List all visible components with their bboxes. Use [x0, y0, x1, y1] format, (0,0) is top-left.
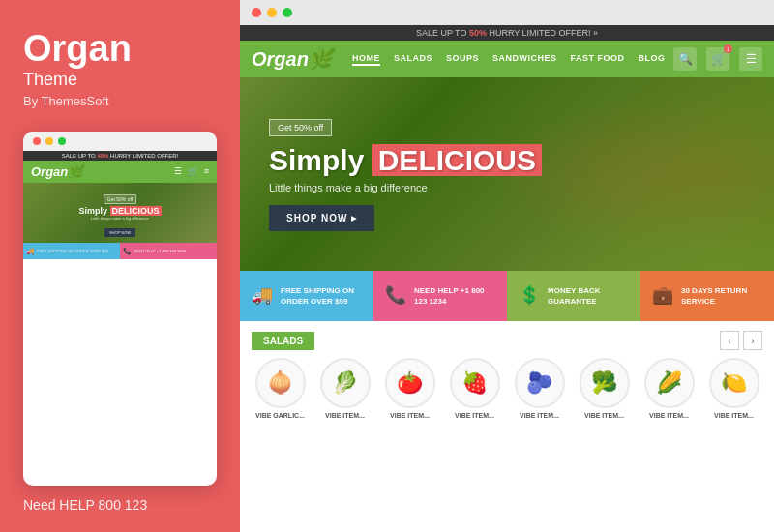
mini-hero: Get 50% off Simply DELICIOUS Little thin…: [23, 183, 217, 243]
info-bar-shipping: 🚚 FREE SHIPPING ON ORDER OVER $99: [240, 271, 373, 321]
nav-link-fastfood[interactable]: FAST FOOD: [570, 53, 624, 66]
product-item[interactable]: 🥦 VIBE ITEM...: [576, 358, 633, 419]
mini-hero-title: Simply DELICIOUS: [78, 206, 161, 216]
dot-green[interactable]: [283, 8, 292, 17]
nav-actions: 🔍 🛒 1 ☰: [673, 47, 762, 71]
mini-dot-green: [58, 137, 66, 145]
product-image-4: 🍓: [450, 358, 500, 408]
nav-link-home[interactable]: HOME: [352, 53, 380, 66]
website-content: SALE UP TO 50% HURRY LIMITED OFFER! » Or…: [240, 25, 774, 532]
mini-nav: Organ🌿 ☰ 🛒 ≡: [23, 161, 217, 183]
mini-phone-icon: 📞: [123, 247, 132, 255]
mini-hero-content: Get 50% off Simply DELICIOUS Little thin…: [78, 188, 161, 238]
mini-info-bar-help: 📞 NEED HELP +1 800 123 1234: [120, 243, 217, 259]
product-item[interactable]: 🍓 VIBE ITEM...: [446, 358, 503, 419]
product-image-1: 🧅: [255, 358, 306, 408]
mini-announcement: SALE UP TO 40% HURRY LIMITED OFFER!: [23, 151, 217, 161]
shipping-text: FREE SHIPPING ON ORDER OVER $99: [281, 285, 362, 307]
mini-hamburger-icon: ☰: [174, 166, 182, 176]
product-name-4: VIBE ITEM...: [455, 412, 494, 419]
briefcase-icon: 💼: [652, 283, 673, 308]
section-header: SALADS ‹ ›: [252, 331, 762, 350]
product-image-3: 🍅: [385, 358, 435, 408]
moneyback-text: MONEY BACK GUARANTEE: [548, 285, 629, 307]
brand-title: Organ: [23, 29, 217, 70]
product-item[interactable]: 🧅 VIBE GARLIC...: [252, 358, 309, 419]
info-bars: 🚚 FREE SHIPPING ON ORDER OVER $99 📞 NEED…: [240, 271, 774, 321]
product-item[interactable]: 🍅 VIBE ITEM...: [381, 358, 438, 419]
cart-button[interactable]: 🛒 1: [706, 47, 729, 71]
mini-dot-yellow: [45, 137, 53, 145]
search-button[interactable]: 🔍: [673, 47, 697, 71]
logo-leaf: 🌿: [309, 48, 333, 70]
shop-now-button[interactable]: SHOP NOW: [269, 205, 374, 231]
nav-links: HOME SALADS SOUPS SANDWICHES FAST FOOD B…: [352, 53, 673, 66]
nav-link-sandwiches[interactable]: SANDWICHES: [492, 53, 557, 66]
product-name-5: VIBE ITEM...: [520, 412, 559, 419]
product-image-2: 🥬: [320, 358, 371, 408]
mini-nav-icons: ☰ 🛒 ≡: [174, 166, 209, 176]
help-text-bar: NEED HELP +1 800 123 1234: [414, 285, 495, 307]
product-name-7: VIBE ITEM...: [649, 412, 689, 419]
product-item[interactable]: 🍋 VIBE ITEM...: [705, 358, 762, 419]
hero-section: Get 50% off Simply DELICIOUS Little thin…: [240, 77, 774, 271]
mini-hero-accent: DELICIOUS: [110, 206, 162, 216]
info-bar-help: 📞 NEED HELP +1 800 123 1234: [373, 271, 507, 321]
nav-link-soups[interactable]: SOUPS: [446, 53, 479, 66]
mini-info-bar-shipping: 🚚 FREE SHIPPING ON ORDER OVER $99: [23, 243, 120, 259]
return-text: 30 DAYS RETURN SERVICE: [681, 285, 762, 307]
hero-title-text: Simply: [269, 144, 372, 176]
mini-dot-red: [33, 137, 41, 145]
mini-badge: Get 50% off: [104, 194, 136, 204]
dollar-icon: 💲: [519, 283, 540, 308]
mini-shop-button[interactable]: SHOP NOW: [104, 228, 135, 237]
mini-logo: Organ🌿: [31, 164, 83, 179]
product-name-8: VIBE ITEM...: [714, 412, 754, 419]
dot-yellow[interactable]: [267, 8, 277, 17]
product-image-6: 🥦: [580, 358, 630, 408]
by-label: By ThemesSoft: [23, 94, 217, 108]
menu-button[interactable]: ☰: [739, 47, 762, 71]
product-name-3: VIBE ITEM...: [390, 412, 430, 419]
mini-shipping-text: FREE SHIPPING ON ORDER OVER $99: [37, 249, 108, 253]
mini-browser-preview: SALE UP TO 40% HURRY LIMITED OFFER! Orga…: [23, 132, 217, 486]
section-tag: SALADS: [252, 332, 314, 350]
main-nav: Organ🌿 HOME SALADS SOUPS SANDWICHES FAST…: [240, 41, 774, 77]
theme-label: Theme: [23, 70, 217, 90]
hero-badge: Get 50% off: [269, 119, 332, 136]
browser-chrome: [240, 0, 774, 25]
nav-link-blog[interactable]: BLOG: [638, 53, 665, 66]
nav-logo: Organ🌿: [252, 47, 333, 71]
announcement-link[interactable]: 50%: [469, 28, 487, 38]
hero-content: Get 50% off Simply DELICIOUS Little thin…: [269, 117, 542, 231]
product-item[interactable]: 🫐 VIBE ITEM...: [511, 358, 568, 419]
mini-menu-icon: ≡: [204, 166, 209, 176]
product-name-6: VIBE ITEM...: [584, 412, 624, 419]
help-text: Need HELP 800 123: [23, 486, 217, 513]
section-next-button[interactable]: ›: [743, 331, 762, 350]
truck-icon: 🚚: [252, 283, 273, 308]
mini-hero-subtitle: Little things make a big difference: [78, 216, 161, 221]
product-image-8: 🍋: [709, 358, 759, 408]
announcement-bar: SALE UP TO 50% HURRY LIMITED OFFER! »: [240, 25, 774, 41]
hero-title-accent: DELICIOUS: [372, 144, 542, 176]
left-panel: Organ Theme By ThemesSoft SALE UP TO 40%…: [0, 0, 240, 532]
product-item[interactable]: 🌽 VIBE ITEM...: [640, 358, 698, 419]
products-row: 🧅 VIBE GARLIC... 🥬 VIBE ITEM... 🍅 VIBE I…: [252, 358, 762, 419]
info-bar-moneyback: 💲 MONEY BACK GUARANTEE: [507, 271, 640, 321]
product-name-2: VIBE ITEM...: [325, 412, 365, 419]
phone-icon: 📞: [385, 283, 406, 308]
mini-truck-icon: 🚚: [26, 247, 35, 255]
dot-red[interactable]: [252, 8, 261, 17]
nav-link-salads[interactable]: SALADS: [394, 53, 432, 66]
hero-subtitle: Little things make a big difference: [269, 182, 542, 193]
section-prev-button[interactable]: ‹: [720, 331, 739, 350]
product-item[interactable]: 🥬 VIBE ITEM...: [316, 358, 373, 419]
product-name-1: VIBE GARLIC...: [255, 412, 305, 419]
mini-cart-icon: 🛒: [188, 166, 198, 176]
info-bar-return: 💼 30 DAYS RETURN SERVICE: [640, 271, 774, 321]
mini-help-text: NEED HELP +1 800 123 1234: [134, 249, 186, 253]
mini-browser-bar: [23, 132, 217, 151]
hero-title: Simply DELICIOUS: [269, 144, 542, 176]
cart-badge: 1: [724, 44, 732, 53]
